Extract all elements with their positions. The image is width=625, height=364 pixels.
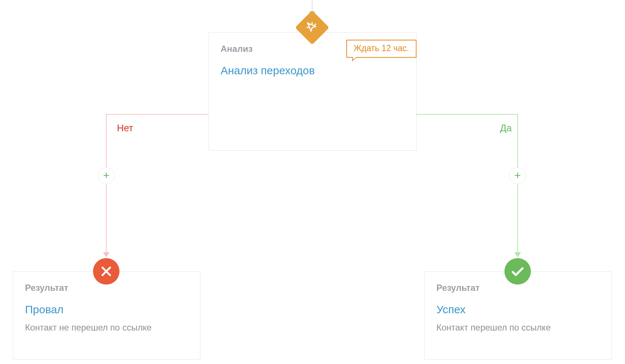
result-fail-node[interactable]: Результат Провал Контакт не перешел по с…	[13, 271, 200, 360]
branch-label-no: Нет	[117, 122, 133, 134]
success-icon	[504, 258, 531, 285]
no-branch-connector-h	[106, 114, 208, 115]
svg-line-2	[308, 24, 310, 25]
wait-duration-tag[interactable]: Ждать 12 час.	[346, 40, 417, 58]
svg-line-3	[315, 24, 316, 25]
node-title: Успех	[436, 303, 600, 316]
result-success-node[interactable]: Результат Успех Контакт перешел по ссылк…	[424, 271, 612, 360]
node-subtitle: Контакт перешел по ссылке	[436, 322, 600, 333]
arrowhead-down-icon	[514, 252, 521, 257]
node-subtitle: Контакт не перешел по ссылке	[25, 322, 188, 333]
add-node-no-button[interactable]: +	[98, 167, 115, 184]
branch-label-yes: Да	[500, 122, 512, 134]
add-node-yes-button[interactable]: +	[509, 167, 526, 184]
fail-icon	[93, 258, 119, 285]
no-branch-connector-v	[106, 114, 107, 255]
node-title: Провал	[25, 303, 188, 316]
arrowhead-down-icon	[103, 252, 110, 257]
node-title: Анализ переходов	[221, 64, 404, 77]
yes-branch-connector-h	[417, 114, 518, 115]
yes-branch-connector-v	[517, 114, 518, 255]
